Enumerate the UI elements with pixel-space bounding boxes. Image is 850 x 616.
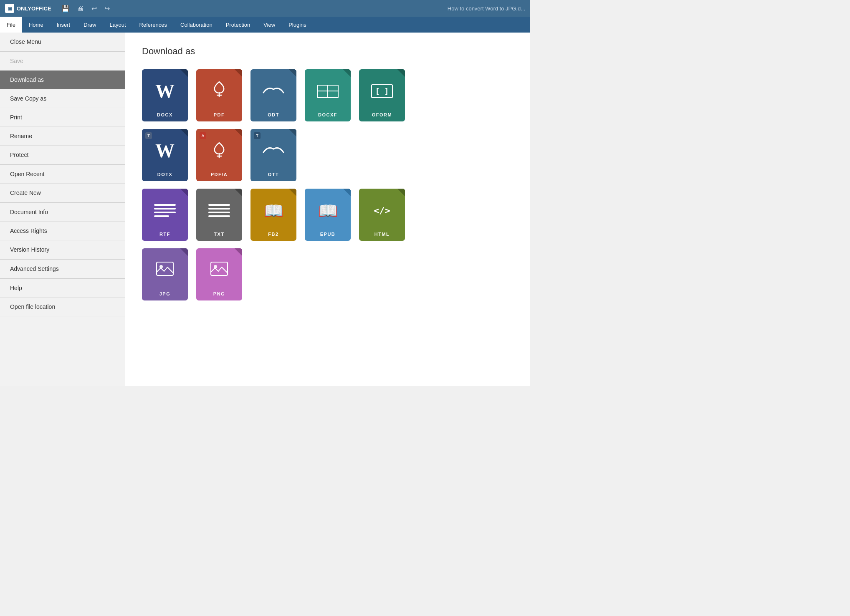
sidebar: Close Menu Save Download as Save Copy as…: [0, 33, 125, 386]
sidebar-item-open-recent[interactable]: Open Recent: [0, 165, 125, 184]
epub-label: EPUB: [320, 232, 336, 237]
redo-icon[interactable]: ↪: [104, 5, 110, 13]
menu-view[interactable]: View: [257, 17, 282, 33]
format-card-pdf[interactable]: PDF: [196, 69, 242, 126]
docx-icon: W: [155, 80, 175, 102]
title-bar-icons: 💾 🖨 ↩ ↪: [61, 5, 110, 13]
menu-references[interactable]: References: [133, 17, 174, 33]
sidebar-item-help[interactable]: Help: [0, 279, 125, 298]
format-row-2: T W DOTX A: [142, 129, 514, 185]
fold-corner: [343, 189, 351, 196]
fold-corner: [235, 248, 242, 256]
pdf-label: PDF: [214, 112, 225, 117]
fold-corner: [235, 129, 242, 136]
sidebar-item-protect[interactable]: Protect: [0, 146, 125, 164]
content-area: Download as W DOCX: [125, 33, 530, 386]
fold-corner: [289, 69, 296, 77]
txt-icon: [208, 204, 230, 217]
pdfa-label: PDF/A: [211, 172, 228, 177]
pdfa-badge: A: [200, 132, 206, 139]
ott-icon: [263, 144, 284, 158]
html-icon: </>: [374, 205, 390, 216]
sidebar-item-close-menu[interactable]: Close Menu: [0, 33, 125, 51]
txt-label: TXT: [214, 232, 224, 237]
title-bar: ▣ ONLYOFFICE 💾 🖨 ↩ ↪ How to convert Word…: [0, 0, 530, 17]
menu-draw[interactable]: Draw: [77, 17, 103, 33]
html-label: HTML: [374, 232, 390, 237]
sidebar-item-access-rights[interactable]: Access Rights: [0, 222, 125, 240]
format-card-docxf[interactable]: DOCXF: [305, 69, 351, 126]
pdf-icon: [210, 80, 228, 102]
format-card-epub[interactable]: 📖 EPUB: [305, 189, 351, 245]
fold-corner: [397, 189, 405, 196]
menu-layout[interactable]: Layout: [103, 17, 133, 33]
format-card-fb2[interactable]: 📖 FB2: [250, 189, 296, 245]
fold-corner: [235, 189, 242, 196]
odt-icon: [263, 84, 284, 98]
format-row-1: W DOCX PDF: [142, 69, 514, 126]
format-card-docx[interactable]: W DOCX: [142, 69, 188, 126]
undo-icon[interactable]: ↩: [91, 5, 97, 13]
sidebar-item-save[interactable]: Save: [0, 52, 125, 71]
format-card-dotx[interactable]: T W DOTX: [142, 129, 188, 185]
menu-insert[interactable]: Insert: [50, 17, 77, 33]
format-card-oform[interactable]: [ ] OFORM: [359, 69, 405, 126]
sidebar-item-open-file-location[interactable]: Open file location: [0, 298, 125, 316]
pdfa-icon: [210, 141, 228, 161]
fold-corner: [289, 129, 296, 136]
jpg-icon: [156, 261, 174, 280]
document-title: How to convert Word to JPG.d...: [448, 5, 525, 12]
fold-corner: [180, 69, 188, 77]
docxf-icon: [317, 85, 339, 98]
dotx-label: DOTX: [157, 172, 173, 177]
menu-plugins[interactable]: Plugins: [282, 17, 313, 33]
fold-corner: [180, 189, 188, 196]
ott-badge: T: [254, 132, 261, 139]
menu-file[interactable]: File: [0, 17, 22, 33]
format-card-odt[interactable]: ODT: [250, 69, 296, 126]
sidebar-item-save-copy-as[interactable]: Save Copy as: [0, 89, 125, 108]
ott-label: OTT: [268, 172, 279, 177]
docxf-label: DOCXF: [318, 112, 337, 117]
fold-corner: [180, 248, 188, 256]
format-card-txt[interactable]: TXT: [196, 189, 242, 245]
print-icon[interactable]: 🖨: [77, 5, 84, 13]
png-label: PNG: [213, 291, 225, 296]
epub-icon: 📖: [318, 202, 338, 220]
fb2-icon: 📖: [264, 202, 283, 220]
app-logo: ▣ ONLYOFFICE: [5, 4, 51, 13]
format-card-html[interactable]: </> HTML: [359, 189, 405, 245]
jpg-label: JPG: [159, 291, 171, 296]
format-card-ott[interactable]: T OTT: [250, 129, 296, 185]
sidebar-item-advanced-settings[interactable]: Advanced Settings: [0, 260, 125, 278]
logo-icon: ▣: [5, 4, 14, 13]
png-icon: [210, 261, 228, 280]
fb2-label: FB2: [268, 232, 278, 237]
sidebar-item-print[interactable]: Print: [0, 108, 125, 127]
rtf-icon: [154, 204, 176, 217]
menu-protection[interactable]: Protection: [219, 17, 257, 33]
menu-collaboration[interactable]: Collaboration: [174, 17, 219, 33]
sidebar-item-download-as[interactable]: Download as: [0, 71, 125, 89]
fold-corner: [289, 189, 296, 196]
save-icon[interactable]: 💾: [61, 5, 70, 13]
format-row-4: JPG PNG: [142, 248, 514, 305]
oform-icon: [ ]: [371, 84, 393, 98]
format-card-png[interactable]: PNG: [196, 248, 242, 305]
format-card-jpg[interactable]: JPG: [142, 248, 188, 305]
fold-corner: [343, 69, 351, 77]
rtf-label: RTF: [159, 232, 170, 237]
sidebar-item-version-history[interactable]: Version History: [0, 240, 125, 259]
sidebar-item-create-new[interactable]: Create New: [0, 184, 125, 202]
fold-corner: [397, 69, 405, 77]
dotx-icon: W: [155, 140, 175, 162]
menu-home[interactable]: Home: [22, 17, 50, 33]
format-card-pdfa[interactable]: A PDF/A: [196, 129, 242, 185]
fold-corner: [180, 129, 188, 136]
oform-label: OFORM: [372, 112, 392, 117]
sidebar-item-rename[interactable]: Rename: [0, 127, 125, 146]
format-card-rtf[interactable]: RTF: [142, 189, 188, 245]
svg-rect-0: [157, 262, 173, 275]
fold-corner: [235, 69, 242, 77]
sidebar-item-document-info[interactable]: Document Info: [0, 203, 125, 222]
